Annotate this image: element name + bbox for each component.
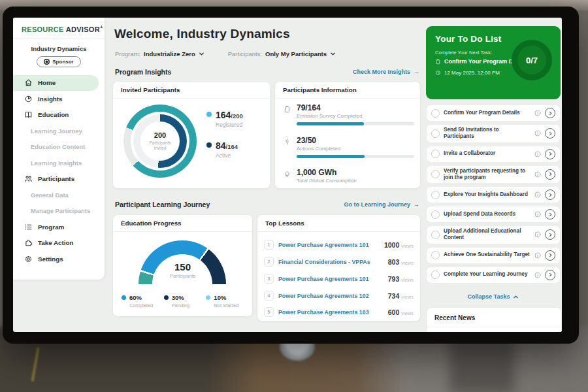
task-open-button[interactable] xyxy=(545,250,555,261)
sidebar-item-insights[interactable]: Insights xyxy=(13,91,105,107)
sidebar-item-settings[interactable]: Settings xyxy=(13,251,105,267)
invited-legend: 164/200 Registered 84/164 Active xyxy=(206,109,243,159)
org-name: Industry Dynamics xyxy=(13,45,105,52)
sidebar-item-general-data[interactable]: General Data xyxy=(13,187,105,203)
go-to-learning-journey-link[interactable]: Go to Learning Journey → xyxy=(344,201,419,208)
stat-emission-survey: 79/164 Emission Survey Completed xyxy=(283,103,412,125)
progress-fill xyxy=(297,155,365,158)
logo-resource: RESOURCE xyxy=(22,25,64,33)
sidebar-item-label: Take Action xyxy=(38,239,73,246)
sidebar-item-participants[interactable]: Participants xyxy=(13,171,105,188)
task-open-button[interactable] xyxy=(545,169,555,180)
lesson-row: 3 Power Purchase Agreements 101 793views xyxy=(264,270,414,287)
legend-value: 164 xyxy=(216,110,231,120)
logo-plus: + xyxy=(100,24,103,30)
sidebar-item-education[interactable]: Education xyxy=(13,107,105,123)
stat-total-consumption: 1,000 GWh Total Global Consumption xyxy=(283,168,412,184)
sidebar-item-label: Home xyxy=(38,79,56,86)
progress-track xyxy=(297,122,414,125)
sidebar-nav: Home Insights Education Learning Journey… xyxy=(13,75,105,267)
top-lessons-card: Top Lessons 1 Power Purchase Agreements … xyxy=(257,214,421,321)
task-open-button[interactable] xyxy=(545,128,555,139)
task-checkbox[interactable] xyxy=(431,170,440,178)
task-checkbox[interactable] xyxy=(431,129,440,138)
card-title: Education Progress xyxy=(113,215,252,232)
task-open-button[interactable] xyxy=(545,189,555,200)
task-label: Verify participants requesting to join t… xyxy=(444,168,531,182)
task-open-button[interactable] xyxy=(545,108,555,118)
recent-news-heading: Recent News xyxy=(427,308,561,327)
lesson-link[interactable]: Power Purchase Agreements 101 xyxy=(278,276,384,282)
sponsor-badge[interactable]: Sponsor xyxy=(37,56,81,67)
lesson-link[interactable]: Power Purchase Agreements 101 xyxy=(278,242,380,248)
sidebar-item-take-action[interactable]: Take Action xyxy=(13,235,105,252)
info-icon xyxy=(534,272,541,278)
progress-fill xyxy=(297,122,364,125)
lesson-link[interactable]: Power Purchase Agreements 102 xyxy=(278,293,384,299)
legend-item-not-started: 10% Not Started xyxy=(206,294,248,308)
task-row-explore-insights[interactable]: Explore Your Insights Dashboard xyxy=(426,186,561,203)
task-row-invite-collaborator[interactable]: Invite a Collaborator xyxy=(426,146,561,163)
task-list: Confirm Your Program Details Send 50 Inv… xyxy=(426,105,561,284)
sidebar-item-manage-participants[interactable]: Manage Participants xyxy=(13,203,105,220)
task-open-button[interactable] xyxy=(545,209,555,220)
legend-value: 10% xyxy=(214,294,226,301)
sidebar-item-learning-journey[interactable]: Learning Journey xyxy=(13,123,105,139)
program-insights-row: Program Insights Check More Insights → xyxy=(115,68,419,76)
leaf-icon xyxy=(283,138,291,146)
task-open-button[interactable] xyxy=(545,229,555,240)
program-insights-heading: Program Insights xyxy=(115,68,171,76)
stat-value: 79/164 xyxy=(297,103,414,112)
task-open-button[interactable] xyxy=(545,149,555,159)
legend-item-completed: 60% Completed xyxy=(122,294,164,308)
active-dot-icon xyxy=(206,142,212,148)
task-checkbox[interactable] xyxy=(431,251,440,259)
sidebar-item-program[interactable]: Program xyxy=(13,219,105,235)
legend-label: Completed xyxy=(129,302,164,308)
task-row-achieve-target[interactable]: Achieve One Sustainability Target xyxy=(426,247,561,264)
task-checkbox[interactable] xyxy=(431,231,440,239)
legend-value: 60% xyxy=(129,294,142,301)
todo-title: Your To Do List xyxy=(435,34,502,44)
views-suffix: views xyxy=(401,243,414,249)
program-dropdown[interactable]: Program: Industrialize Zero xyxy=(115,50,204,57)
sidebar-item-home[interactable]: Home xyxy=(13,75,99,91)
legend-value: 30% xyxy=(172,294,184,301)
collapse-tasks-link[interactable]: Collapse Tasks xyxy=(426,293,561,300)
check-more-insights-link[interactable]: Check More Insights → xyxy=(353,69,419,75)
program-value: Industrialize Zero xyxy=(144,50,195,57)
lesson-link[interactable]: Financial Considerations - VPPAs xyxy=(278,259,384,265)
task-row-upload-educational-content[interactable]: Upload Additional Educational Content xyxy=(426,225,561,244)
task-row-send-invitations[interactable]: Send 50 Invitations to Participants xyxy=(426,124,561,143)
sidebar-item-label: Manage Participants xyxy=(31,207,90,214)
invited-donut-chart: 200 Participants Invited xyxy=(123,105,197,178)
task-checkbox[interactable] xyxy=(431,109,440,118)
donut-center-value: 200 xyxy=(154,131,166,139)
donut-center: 200 Participants Invited xyxy=(140,122,180,161)
lesson-link[interactable]: Power Purchase Agreements 103 xyxy=(278,309,384,316)
info-icon xyxy=(534,231,541,238)
gauge-center-value: 150 xyxy=(113,261,252,272)
task-row-complete-learning-journey[interactable]: Complete Your Learning Journey xyxy=(426,267,561,284)
todo-counter: 0/7 xyxy=(526,56,538,65)
task-row-confirm-program[interactable]: Confirm Your Program Details xyxy=(426,105,561,122)
task-checkbox[interactable] xyxy=(431,210,440,219)
task-open-button[interactable] xyxy=(545,270,555,280)
chevron-down-icon xyxy=(327,51,336,57)
task-checkbox[interactable] xyxy=(431,191,440,199)
clipboard-icon xyxy=(435,59,441,65)
sidebar-item-education-content[interactable]: Education Content xyxy=(13,139,105,155)
task-checkbox[interactable] xyxy=(431,150,440,158)
card-title: Top Lessons xyxy=(257,215,420,232)
task-row-verify-participants[interactable]: Verify participants requesting to join t… xyxy=(426,165,561,184)
screen: RESOURCE ADVISOR+ Industry Dynamics Spon… xyxy=(13,18,562,332)
page-title: Welcome, Industry Dynamics xyxy=(114,27,290,41)
task-row-upload-spend-data[interactable]: Upload Spend Data Records xyxy=(426,206,561,223)
education-legend: 60% Completed 30% Pending 10% Not Starte… xyxy=(122,294,248,308)
gauge-center: 150 Participants xyxy=(113,261,252,279)
views-count: 734 xyxy=(388,292,400,300)
sidebar-item-learning-insights[interactable]: Learning Insights xyxy=(13,155,105,171)
task-checkbox[interactable] xyxy=(431,270,440,279)
participants-dropdown[interactable]: Participants: Only My Participants xyxy=(228,50,336,57)
legend-label: Active xyxy=(216,152,238,159)
